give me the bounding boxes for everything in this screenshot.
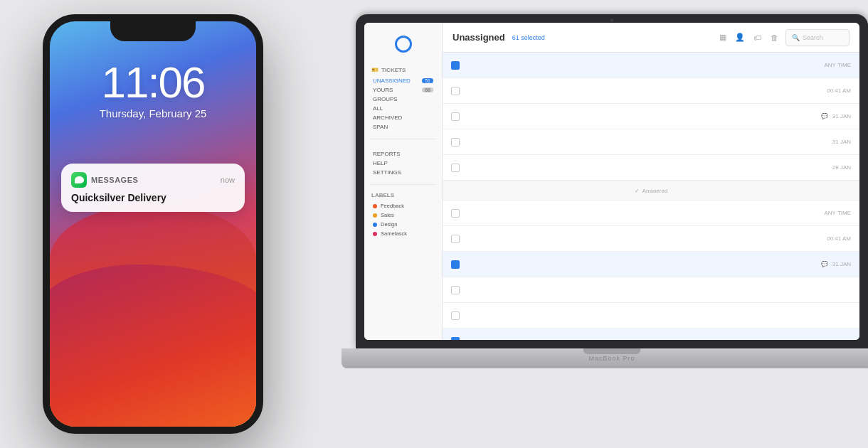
help-label: HELP <box>373 160 388 166</box>
tickets-label: TICKETS <box>381 67 406 73</box>
ticket-time: 00:41 AM <box>827 87 851 94</box>
phone-device: 11:06 Thursday, February 25 MESSAGES now… <box>43 14 263 434</box>
ticket-checkbox[interactable] <box>451 209 460 218</box>
ticket-row[interactable] <box>443 277 859 303</box>
ticket-time: 31 JAN <box>832 113 851 119</box>
laptop-device: 🎫 TICKETS UNASSIGNED 51 YOURS 68 GROUPS <box>356 14 868 368</box>
ticket-checkbox[interactable] <box>451 235 460 243</box>
sidebar-item-settings[interactable]: SETTINGS <box>370 168 436 177</box>
ticket-checkbox[interactable] <box>451 164 460 172</box>
ticket-row[interactable] <box>443 329 859 340</box>
ticket-meta: ANY TIME <box>819 62 852 68</box>
comment-icon: 💬 <box>821 113 828 119</box>
ticket-checkbox[interactable] <box>451 311 460 320</box>
ticket-time: 31 JAN <box>832 261 851 267</box>
label-design[interactable]: Design <box>370 220 436 229</box>
sidebar-item-archived[interactable]: ARCHIVED <box>370 113 436 122</box>
sidebar-item-help[interactable]: HELP <box>370 159 436 168</box>
feedback-label: Feedback <box>381 203 404 209</box>
ticket-row[interactable]: 💬 31 JAN <box>443 252 859 277</box>
selected-count: 61 selected <box>512 34 545 41</box>
ticket-checkbox[interactable] <box>451 260 460 269</box>
tickets-section: 🎫 TICKETS UNASSIGNED 51 YOURS 68 GROUPS <box>364 64 442 134</box>
notification-app-info: MESSAGES <box>71 172 138 188</box>
notification-header: MESSAGES now <box>71 172 235 188</box>
search-icon: 🔍 <box>792 34 800 41</box>
ticket-row[interactable]: ANY TIME <box>443 201 859 226</box>
laptop-base: MacBook Pro <box>342 348 868 368</box>
sidebar-item-span[interactable]: SPAN <box>370 122 436 132</box>
sidebar-item-yours[interactable]: YOURS 68 <box>370 85 436 95</box>
ticket-meta: 00:41 AM <box>821 235 851 242</box>
answered-divider: ✓ Answered <box>443 181 859 201</box>
ticket-checkbox[interactable] <box>451 337 460 341</box>
ticket-row[interactable]: ANY TIME <box>443 53 859 78</box>
comment-icon: 💬 <box>821 261 828 267</box>
main-title: Unassigned <box>452 32 505 43</box>
phone-clock: 11:06 <box>50 60 256 105</box>
ticket-checkbox[interactable] <box>451 87 460 95</box>
tickets-section-header: 🎫 TICKETS <box>370 67 436 73</box>
phone-date: Thursday, February 25 <box>50 107 256 119</box>
search-box[interactable]: 🔍 Search <box>785 29 850 46</box>
ticket-row[interactable]: 00:41 AM <box>443 78 859 104</box>
all-label: ALL <box>373 105 383 112</box>
app-sidebar: 🎫 TICKETS UNASSIGNED 51 YOURS 68 GROUPS <box>364 23 443 340</box>
ticket-checkbox[interactable] <box>451 112 460 121</box>
answered-label: Answered <box>642 188 668 194</box>
label-samatask[interactable]: Sametasck <box>370 229 436 238</box>
settings-label: SETTINGS <box>373 169 401 176</box>
sidebar-divider-1 <box>370 139 436 139</box>
user-icon[interactable]: 👤 <box>734 32 746 43</box>
sidebar-item-reports[interactable]: REPORTS <box>370 149 436 159</box>
messages-icon-bubble <box>75 176 84 183</box>
ticket-meta: 31 JAN <box>827 139 851 145</box>
answered-check-icon: ✓ <box>635 188 640 194</box>
design-label: Design <box>381 221 397 228</box>
chart-icon[interactable]: ▦ <box>717 32 729 43</box>
sales-label: Sales <box>381 212 394 218</box>
ticket-row[interactable] <box>443 303 859 329</box>
labels-header: LABELS <box>370 192 436 198</box>
phone-screen: 11:06 Thursday, February 25 MESSAGES now… <box>50 21 256 427</box>
notification-time: now <box>221 176 235 184</box>
labels-section: LABELS Feedback Sales Design <box>364 189 442 241</box>
messages-app-icon <box>71 172 87 188</box>
ticket-time: 28 JAN <box>832 164 851 171</box>
ticket-row[interactable]: 00:41 AM <box>443 226 859 252</box>
tickets-icon: 🎫 <box>371 67 379 73</box>
groups-label: GROUPS <box>373 96 398 102</box>
ticket-row[interactable]: 28 JAN <box>443 155 859 181</box>
yours-label: YOURS <box>373 87 393 93</box>
ticket-row[interactable]: 💬 31 JAN <box>443 104 859 129</box>
ticket-time: ANY TIME <box>825 62 852 68</box>
notification-app-name: MESSAGES <box>91 176 138 184</box>
ticket-time: ANY TIME <box>825 210 852 216</box>
trash-icon[interactable]: 🗑 <box>768 32 780 43</box>
design-dot <box>373 223 377 227</box>
feedback-dot <box>373 204 377 208</box>
tag-icon[interactable]: 🏷 <box>751 32 763 43</box>
ticket-checkbox[interactable] <box>451 138 460 146</box>
samatask-label: Sametasck <box>381 230 407 237</box>
samatask-dot <box>373 232 377 236</box>
notification-banner[interactable]: MESSAGES now Quicksilver Delivery <box>61 164 245 212</box>
sidebar-item-all[interactable]: ALL <box>370 104 436 113</box>
ticket-row[interactable]: 31 JAN <box>443 129 859 155</box>
laptop-camera <box>610 18 614 22</box>
ticket-meta: ANY TIME <box>819 210 852 216</box>
label-sales[interactable]: Sales <box>370 210 436 220</box>
ticket-meta: 28 JAN <box>827 164 851 171</box>
app-logo <box>395 36 412 53</box>
ticket-checkbox[interactable] <box>451 61 460 70</box>
ticket-time: 31 JAN <box>832 139 851 145</box>
label-feedback[interactable]: Feedback <box>370 201 436 210</box>
unassigned-label: UNASSIGNED <box>373 78 411 84</box>
main-header: Unassigned 61 selected ▦ 👤 🏷 🗑 🔍 Search <box>443 23 859 53</box>
ticket-checkbox[interactable] <box>451 286 460 294</box>
notification-title: Quicksilver Delivery <box>71 192 235 203</box>
labels-title: LABELS <box>371 192 394 198</box>
sidebar-item-groups[interactable]: GROUPS <box>370 95 436 104</box>
ticket-meta: 💬 31 JAN <box>815 113 851 119</box>
sidebar-item-unassigned[interactable]: UNASSIGNED 51 <box>370 76 436 85</box>
